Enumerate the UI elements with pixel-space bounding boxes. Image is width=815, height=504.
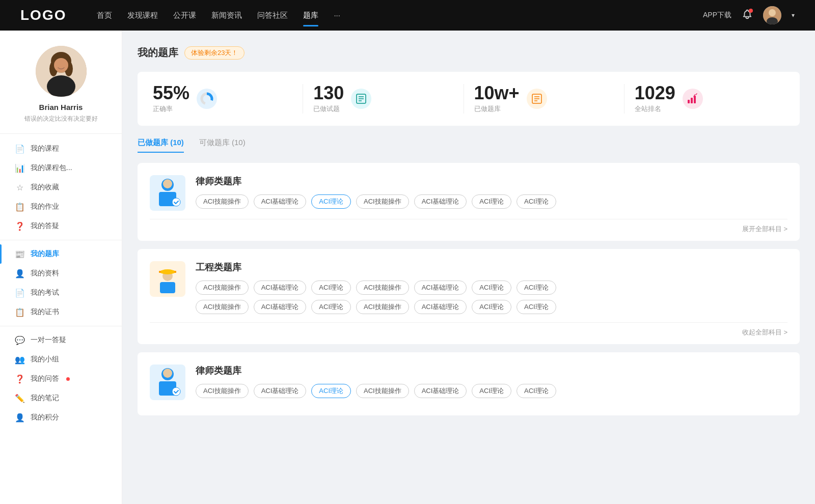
qbank-title-2: 工程类题库 xyxy=(196,261,787,273)
notification-bell[interactable] xyxy=(742,9,753,22)
sidebar-item-exam[interactable]: 📄 我的考试 xyxy=(0,283,122,302)
user-menu-chevron[interactable]: ▾ xyxy=(792,12,795,19)
svg-point-5 xyxy=(47,75,75,97)
nav-home[interactable]: 首页 xyxy=(97,9,112,22)
tag-3-3[interactable]: ACI理论 xyxy=(311,384,351,398)
nav-more[interactable]: ··· xyxy=(334,9,340,22)
stat-done-label: 已做试题 xyxy=(313,104,344,114)
stat-accuracy-label: 正确率 xyxy=(153,104,189,114)
top-navigation: LOGO 首页 发现课程 公开课 新闻资讯 问答社区 题库 ··· APP下载 … xyxy=(0,0,815,31)
sidebar-item-questions[interactable]: ❓ 我的问答 xyxy=(0,369,122,388)
sidebar-item-certificate[interactable]: 📋 我的证书 xyxy=(0,302,122,322)
stat-done-questions: 130 已做试题 xyxy=(303,84,464,114)
nav-open-course[interactable]: 公开课 xyxy=(173,9,196,22)
tag-1-6[interactable]: ACI理论 xyxy=(472,194,511,209)
stat-banks-label: 已做题库 xyxy=(474,104,520,114)
group-icon: 👥 xyxy=(15,355,24,364)
svg-point-36 xyxy=(172,387,180,396)
sidebar-label-certificate: 我的证书 xyxy=(31,307,59,317)
stat-banks-number: 10w+ xyxy=(474,84,520,102)
tag-3-6[interactable]: ACI理论 xyxy=(472,384,511,398)
collapse-btn-2[interactable]: 收起全部科目 > xyxy=(742,328,787,337)
tag-2-1[interactable]: ACI技能操作 xyxy=(196,281,249,295)
tag-2-2[interactable]: ACI基础理论 xyxy=(254,281,307,295)
logo: LOGO xyxy=(20,7,66,23)
qbank-icon-lawyer-2 xyxy=(150,365,185,400)
nav-question-bank[interactable]: 题库 xyxy=(303,9,318,22)
app-download-link[interactable]: APP下载 xyxy=(703,11,731,20)
tag-1-2[interactable]: ACI基础理论 xyxy=(254,194,307,209)
qbank-icon-construction xyxy=(150,261,185,297)
tag-2-r2-1[interactable]: ACI技能操作 xyxy=(196,300,249,314)
tag-2-r2-7[interactable]: ACI理论 xyxy=(517,300,556,314)
course-icon: 📄 xyxy=(15,144,24,153)
sidebar-label-course-pack: 我的课程包... xyxy=(31,163,72,173)
tag-2-r2-6[interactable]: ACI理论 xyxy=(472,300,511,314)
tag-1-5[interactable]: ACI基础理论 xyxy=(414,194,467,209)
tab-done-banks[interactable]: 已做题库 (10) xyxy=(138,138,184,153)
page-body: Brian Harris 错误的决定比没有决定要好 📄 我的课程 📊 我的课程包… xyxy=(0,31,815,504)
stat-done-number: 130 xyxy=(313,84,344,102)
qbank-card-lawyer-2: 律师类题库 ACI技能操作 ACI基础理论 ACI理论 ACI技能操作 ACI基… xyxy=(138,352,800,415)
sidebar-item-notes[interactable]: ✏️ 我的笔记 xyxy=(0,388,122,408)
sidebar-item-group[interactable]: 👥 我的小组 xyxy=(0,350,122,369)
stat-done-banks: 10w+ 已做题库 xyxy=(464,84,624,114)
main-content: 我的题库 体验剩余23天！ 55% 正确率 xyxy=(122,31,815,504)
tag-1-4[interactable]: ACI技能操作 xyxy=(356,194,409,209)
sidebar-item-question-bank[interactable]: 📰 我的题库 xyxy=(0,244,122,264)
one-on-one-icon: 💬 xyxy=(15,335,24,345)
tag-2-7[interactable]: ACI理论 xyxy=(517,281,556,295)
svg-rect-33 xyxy=(160,282,175,293)
sidebar-item-points[interactable]: 👤 我的积分 xyxy=(0,408,122,427)
tag-1-1[interactable]: ACI技能操作 xyxy=(196,194,249,209)
tag-2-3[interactable]: ACI理论 xyxy=(311,281,351,295)
sidebar-divider-2 xyxy=(0,326,122,326)
qbank-title-1: 律师类题库 xyxy=(196,175,787,187)
tag-2-6[interactable]: ACI理论 xyxy=(472,281,511,295)
sidebar-item-course[interactable]: 📄 我的课程 xyxy=(0,139,122,158)
stat-banks-icon xyxy=(527,89,547,109)
tag-2-4[interactable]: ACI技能操作 xyxy=(356,281,409,295)
sidebar-item-course-pack[interactable]: 📊 我的课程包... xyxy=(0,158,122,178)
svg-rect-32 xyxy=(174,271,176,273)
homework-icon: 📋 xyxy=(15,202,24,211)
user-profile: Brian Harris 错误的决定比没有决定要好 xyxy=(0,46,122,134)
user-motto: 错误的决定比没有决定要好 xyxy=(24,115,98,123)
qbank-title-3: 律师类题库 xyxy=(196,365,787,377)
tag-3-2[interactable]: ACI基础理论 xyxy=(254,384,307,398)
stat-accuracy: 55% 正确率 xyxy=(153,84,303,114)
tag-3-1[interactable]: ACI技能操作 xyxy=(196,384,249,398)
tag-2-r2-4[interactable]: ACI技能操作 xyxy=(356,300,409,314)
sidebar-item-homework[interactable]: 📋 我的作业 xyxy=(0,197,122,216)
tag-2-5[interactable]: ACI基础理论 xyxy=(414,281,467,295)
sidebar-item-one-on-one[interactable]: 💬 一对一答疑 xyxy=(0,330,122,350)
questions-icon: ❓ xyxy=(15,374,24,383)
tag-1-7[interactable]: ACI理论 xyxy=(517,194,556,209)
nav-discover[interactable]: 发现课程 xyxy=(127,9,158,22)
svg-rect-21 xyxy=(688,100,690,103)
svg-rect-30 xyxy=(160,270,175,273)
qbank-card-lawyer-1: 律师类题库 ACI技能操作 ACI基础理论 ACI理论 ACI技能操作 ACI基… xyxy=(138,163,800,241)
tab-bar: 已做题库 (10) 可做题库 (10) xyxy=(138,138,800,153)
tag-3-7[interactable]: ACI理论 xyxy=(517,384,556,398)
certificate-icon: 📋 xyxy=(15,307,24,317)
user-avatar-nav[interactable] xyxy=(763,6,781,24)
tag-2-r2-3[interactable]: ACI理论 xyxy=(311,300,351,314)
tag-1-3[interactable]: ACI理论 xyxy=(311,194,351,209)
nav-news[interactable]: 新闻资讯 xyxy=(211,9,242,22)
stat-ranking-label: 全站排名 xyxy=(635,104,675,114)
tag-3-4[interactable]: ACI技能操作 xyxy=(356,384,409,398)
page-title: 我的题库 xyxy=(138,46,178,60)
sidebar-item-favorites[interactable]: ☆ 我的收藏 xyxy=(0,178,122,197)
sidebar-label-favorites: 我的收藏 xyxy=(31,183,59,192)
tab-available-banks[interactable]: 可做题库 (10) xyxy=(199,138,246,153)
sidebar-item-qa[interactable]: ❓ 我的答疑 xyxy=(0,216,122,236)
tag-2-r2-5[interactable]: ACI基础理论 xyxy=(414,300,467,314)
points-icon: 👤 xyxy=(15,413,24,422)
expand-btn-1[interactable]: 展开全部科目 > xyxy=(742,225,787,234)
tag-3-5[interactable]: ACI基础理论 xyxy=(414,384,467,398)
tag-2-r2-2[interactable]: ACI基础理论 xyxy=(254,300,307,314)
sidebar-item-profile[interactable]: 👤 我的资料 xyxy=(0,264,122,283)
nav-qa[interactable]: 问答社区 xyxy=(257,9,288,22)
trial-badge: 体验剩余23天！ xyxy=(184,46,244,60)
